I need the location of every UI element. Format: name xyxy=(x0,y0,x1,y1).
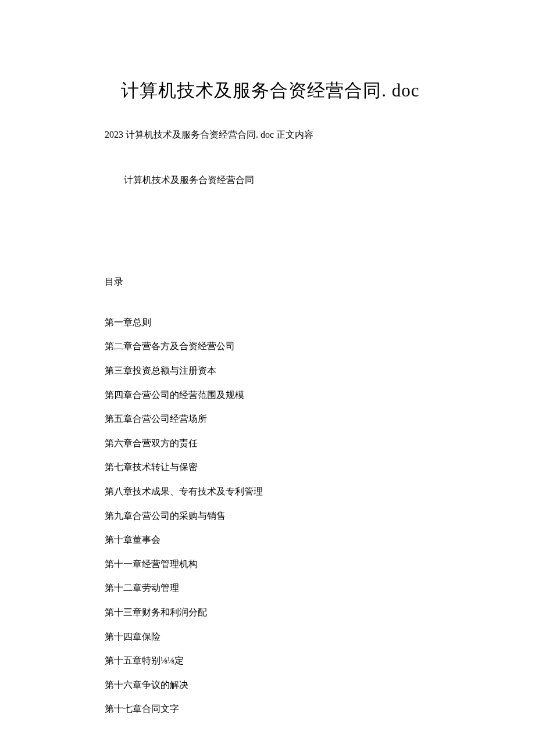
toc-item: 第十七章合同文字 xyxy=(105,701,436,716)
toc-item: 第五章合营公司经营场所 xyxy=(105,411,436,427)
toc-item: 第三章投资总额与注册资本 xyxy=(105,363,436,378)
toc-item: 第七章技术转让与保密 xyxy=(105,460,436,475)
toc-item: 第十一章经营管理机构 xyxy=(105,557,436,572)
document-subtitle: 2023 计算机技术及服务合资经营合同. doc 正文内容 xyxy=(105,127,436,142)
toc-item: 第十三章财务和利润分配 xyxy=(105,605,436,620)
toc-item: 第一章总则 xyxy=(105,315,436,330)
toc-item: 第十五章特别⅛⅛定 xyxy=(105,653,436,668)
toc-item: 第十二章劳动管理 xyxy=(105,581,436,596)
toc-item: 第二章合营各方及合资经营公司 xyxy=(105,339,436,354)
toc-item: 第八章技术成果、专有技术及专利管理 xyxy=(105,484,436,499)
toc-container: 第一章总则 第二章合营各方及合资经营公司 第三章投资总额与注册资本 第四章合营公… xyxy=(105,315,436,716)
toc-item: 第十六章争议的解决 xyxy=(105,678,436,693)
toc-item: 第十四章保险 xyxy=(105,629,436,644)
document-title: 计算机技术及服务合资经营合同. doc xyxy=(105,78,436,103)
toc-label: 目录 xyxy=(105,274,436,289)
toc-item: 第四章合营公司的经营范围及规模 xyxy=(105,388,436,403)
toc-item: 第十章董事会 xyxy=(105,532,436,547)
toc-item: 第六章合营双方的责任 xyxy=(105,436,436,451)
toc-item: 第九章合营公司的采购与销售 xyxy=(105,508,436,524)
document-heading: 计算机技术及服务合资经营合同 xyxy=(124,173,436,188)
